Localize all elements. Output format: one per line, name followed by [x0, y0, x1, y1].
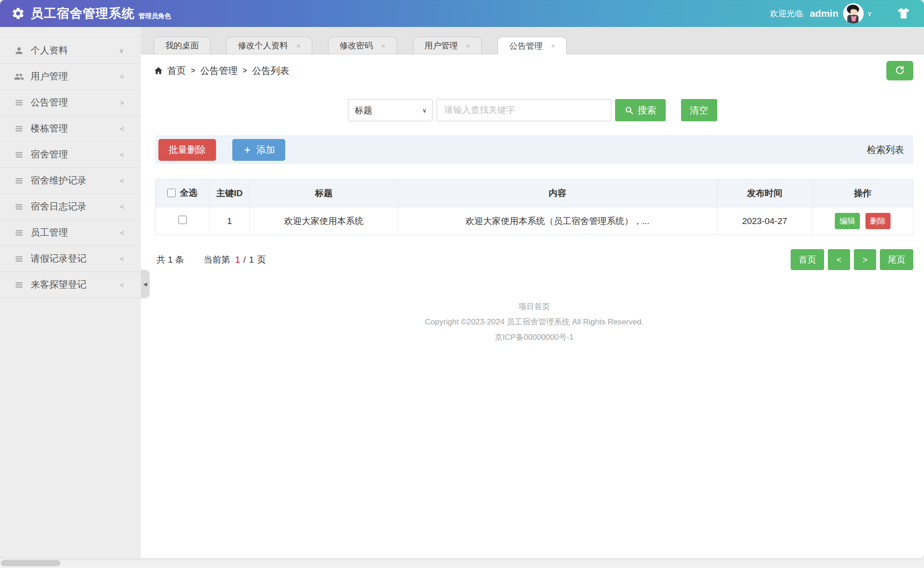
select-all-label: 全选 [180, 187, 197, 199]
table-row: 1 欢迎大家使用本系统 欢迎大家使用本系统（员工宿舍管理系统），... 2023… [156, 207, 913, 235]
sidebar-item-dorm-management[interactable]: 宿舍管理 < [0, 142, 141, 168]
page-footer: 项目首页 Copyright ©2023-2024 员工宿舍管理系统 All R… [155, 299, 913, 345]
close-icon[interactable]: × [466, 42, 471, 50]
user-menu[interactable]: admin [810, 3, 872, 24]
tab-announcement-management[interactable]: 公告管理 × [498, 37, 567, 54]
tab-change-password[interactable]: 修改密码 × [328, 37, 397, 54]
current-page-label: 当前第 [203, 254, 230, 266]
brand: 员工宿舍管理系统 管理员角色 [11, 5, 171, 22]
clear-button-label: 清空 [690, 105, 708, 115]
pagination: 共 1 条 当前第 1 / 1 页 首页 < > 尾页 [155, 249, 913, 270]
select-all-checkbox[interactable] [167, 189, 176, 197]
add-button[interactable]: ＋ 添加 [232, 139, 285, 161]
breadcrumb-current: 公告列表 [252, 65, 289, 77]
list-icon [14, 150, 24, 160]
users-icon [14, 72, 24, 82]
plus-icon: ＋ [242, 143, 252, 156]
refresh-icon [894, 65, 905, 76]
sidebar-item-dorm-maintenance-records[interactable]: 宿舍维护记录 < [0, 168, 141, 194]
sidebar-item-visitor-records[interactable]: 来客探望登记 < [0, 272, 141, 298]
sidebar-item-label: 用户管理 [31, 70, 68, 83]
list-icon [14, 98, 24, 108]
sidebar-item-label: 公告管理 [31, 96, 68, 109]
sidebar-item-profile[interactable]: 个人资料 ∨ [0, 37, 141, 64]
batch-delete-button[interactable]: 批量删除 [158, 139, 216, 161]
search-button[interactable]: 搜索 [615, 99, 666, 121]
sidebar-item-user-management[interactable]: 用户管理 < [0, 64, 141, 90]
list-icon [14, 254, 24, 264]
breadcrumb-section[interactable]: 公告管理 [200, 65, 237, 77]
breadcrumb-home[interactable]: 首页 [167, 65, 186, 77]
sidebar-collapse-handle[interactable]: ◀ [141, 270, 150, 298]
add-button-label: 添加 [256, 144, 275, 156]
sidebar-item-label: 楼栋管理 [31, 122, 68, 135]
panel-title: 检索列表 [867, 144, 904, 156]
tab-edit-profile[interactable]: 修改个人资料 × [226, 37, 312, 54]
prev-page-button[interactable]: < [828, 249, 850, 270]
project-home-link[interactable]: 项目首页 [155, 299, 913, 314]
row-select-cell [156, 207, 210, 235]
chevron-icon: ∨ [119, 46, 124, 55]
row-content: 欢迎大家使用本系统（员工宿舍管理系统），... [398, 207, 717, 235]
column-select-all: 全选 [156, 179, 210, 207]
delete-button[interactable]: 删除 [865, 213, 891, 229]
column-publish-time: 发布时间 [717, 179, 813, 207]
chevron-icon: > [120, 99, 124, 106]
list-icon [14, 228, 24, 238]
pager-buttons: 首页 < > 尾页 [791, 249, 913, 270]
first-page-button[interactable]: 首页 [791, 249, 824, 270]
search-input[interactable] [437, 99, 611, 121]
sidebar-item-announcement-management[interactable]: 公告管理 > [0, 90, 141, 116]
column-actions: 操作 [813, 179, 913, 207]
horizontal-scrollbar-thumb[interactable] [1, 560, 60, 566]
search-icon [624, 106, 634, 115]
sidebar-item-label: 宿舍管理 [31, 148, 68, 161]
home-icon [154, 66, 163, 75]
breadcrumb-row: 首页 > 公告管理 > 公告列表 [141, 54, 924, 86]
welcome-text: 欢迎光临 [770, 8, 803, 19]
tab-label: 修改密码 [340, 40, 373, 51]
list-icon [14, 124, 24, 134]
close-icon[interactable]: × [381, 42, 386, 50]
last-page-button[interactable]: 尾页 [880, 249, 913, 270]
user-icon [14, 46, 24, 56]
announcement-table: 全选 主键ID 标题 内容 发布时间 操作 [155, 179, 913, 235]
tab-user-management[interactable]: 用户管理 × [413, 37, 482, 54]
sidebar-item-dorm-log-records[interactable]: 宿舍日志记录 < [0, 194, 141, 220]
row-publish-time: 2023-04-27 [717, 207, 813, 235]
row-checkbox[interactable] [178, 216, 187, 224]
row-actions: 编辑 删除 [813, 207, 913, 235]
header-right: 欢迎光临 admin [770, 3, 911, 24]
sidebar-item-staff-management[interactable]: 员工管理 < [0, 220, 141, 246]
refresh-button[interactable] [886, 61, 913, 80]
username: admin [810, 8, 839, 19]
sidebar-item-label: 个人资料 [31, 44, 68, 57]
row-id: 1 [210, 207, 250, 235]
sidebar-item-building-management[interactable]: 楼栋管理 < [0, 116, 141, 142]
collapse-left-icon: ◀ [143, 281, 147, 287]
tshirt-icon[interactable] [896, 6, 911, 21]
chevron-down-icon: ∨ [867, 10, 872, 17]
tab-label: 我的桌面 [165, 40, 199, 51]
close-icon[interactable]: × [551, 42, 555, 50]
clear-button[interactable]: 清空 [681, 99, 717, 121]
chevron-icon: < [120, 125, 124, 132]
next-page-button[interactable]: > [854, 249, 876, 270]
sidebar-item-leave-records[interactable]: 请假记录登记 < [0, 246, 141, 272]
search-field-select[interactable]: 标题 [348, 99, 433, 121]
avatar [843, 3, 864, 24]
tab-my-desktop[interactable]: 我的桌面 [154, 37, 210, 54]
current-page-indicator: 当前第 1 / 1 页 [203, 254, 266, 266]
edit-button[interactable]: 编辑 [835, 213, 860, 229]
page-unit: 页 [257, 254, 266, 266]
column-id: 主键ID [210, 179, 250, 207]
total-count: 共 1 条 [157, 254, 184, 266]
role-badge: 管理员角色 [138, 12, 171, 20]
sidebar-item-label: 员工管理 [31, 226, 68, 239]
close-icon[interactable]: × [296, 42, 301, 50]
page-title: 员工宿舍管理系统 [31, 5, 135, 22]
toolbar-panel: 批量删除 ＋ 添加 检索列表 [155, 135, 913, 164]
sidebar-item-label: 宿舍维护记录 [31, 174, 86, 187]
sidebar-item-label: 来客探望登记 [31, 278, 86, 291]
row-title: 欢迎大家使用本系统 [250, 207, 398, 235]
